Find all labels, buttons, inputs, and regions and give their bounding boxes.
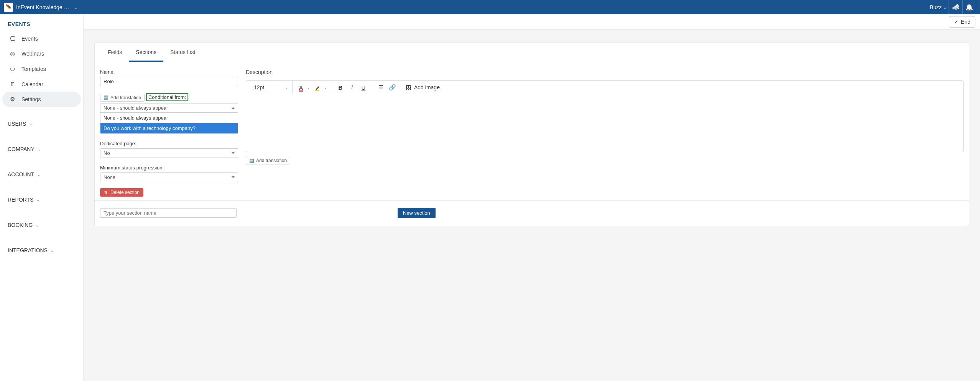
- sidebar: EVENTS Events Webinars Templates Calenda…: [0, 14, 84, 239]
- editor-body[interactable]: [246, 94, 963, 152]
- brand-logo: 🪶: [4, 3, 13, 12]
- chevron-down-icon: ⌄: [29, 122, 32, 126]
- webinar-icon: [10, 50, 17, 57]
- triangle-down-icon: [232, 152, 235, 154]
- dedicated-page-select[interactable]: No: [100, 148, 238, 158]
- delete-section-button[interactable]: Delete section: [100, 188, 143, 197]
- sidebar-item-events[interactable]: Events: [2, 31, 81, 46]
- new-section-input[interactable]: [100, 208, 237, 218]
- trash-icon: [104, 190, 108, 195]
- image-icon: 🖼: [406, 84, 411, 90]
- new-section-button[interactable]: New section: [398, 208, 436, 218]
- tab-fields[interactable]: Fields: [101, 43, 129, 62]
- template-icon: [10, 66, 17, 72]
- conditional-label: Conditional from:: [148, 95, 186, 100]
- sidebar-item-calendar[interactable]: Calendar: [2, 77, 81, 92]
- panel: Fields Sections Status List Name: 🔤Add t…: [94, 43, 969, 226]
- add-image-button[interactable]: 🖼 Add image: [401, 81, 444, 94]
- tabs: Fields Sections Status List: [95, 43, 969, 62]
- conditional-label-highlight: Conditional from:: [146, 93, 188, 101]
- chevron-down-icon: ⌄: [37, 172, 40, 177]
- triangle-down-icon: [232, 176, 235, 178]
- delete-section-label: Delete section: [110, 190, 140, 195]
- sidebar-item-templates[interactable]: Templates: [2, 61, 81, 77]
- bullet-list-button[interactable]: ☰: [377, 84, 385, 91]
- sidebar-group-users[interactable]: USERS⌄: [0, 115, 83, 132]
- translation-icon: 🔤: [249, 159, 254, 163]
- chevron-down-icon: ⌄: [36, 223, 39, 227]
- chevron-down-icon: ⌄: [943, 6, 946, 10]
- highlight-color-button[interactable]: [314, 84, 322, 91]
- chevron-down-icon: ⌄: [38, 147, 41, 151]
- sidebar-header: EVENTS: [0, 14, 83, 31]
- add-translation-label: Add translation: [110, 95, 141, 100]
- conditional-select[interactable]: None - should always appear None - shoul…: [100, 103, 238, 134]
- chevron-down-icon: ⌄: [324, 85, 327, 89]
- text-color-button[interactable]: A: [297, 84, 305, 91]
- tab-sections[interactable]: Sections: [129, 43, 163, 62]
- sidebar-item-settings[interactable]: Settings: [2, 92, 81, 107]
- description-add-translation-button[interactable]: 🔤Add translation: [246, 157, 290, 164]
- chevron-down-icon: ⌄: [307, 85, 310, 89]
- sidebar-group-label: USERS: [8, 121, 26, 127]
- sidebar-item-label: Templates: [21, 66, 46, 72]
- tab-status-list[interactable]: Status List: [163, 43, 202, 62]
- conditional-option-none[interactable]: None - should always appear: [100, 113, 238, 123]
- sidebar-item-label: Calendar: [21, 81, 43, 87]
- user-menu[interactable]: Buzz⌄: [930, 4, 946, 10]
- end-button[interactable]: End: [949, 16, 975, 28]
- underline-button[interactable]: U: [360, 84, 367, 91]
- brand-chevron-icon[interactable]: ⌄: [74, 5, 78, 10]
- sidebar-item-webinars[interactable]: Webinars: [2, 46, 81, 61]
- monitor-icon: [10, 35, 17, 42]
- editor-toolbar: 12pt⌄ A⌄ ⌄ B I U: [246, 81, 963, 94]
- font-size-select[interactable]: 12pt⌄: [250, 84, 292, 90]
- conditional-selected-text: None - should always appear: [104, 105, 168, 111]
- sidebar-group-company[interactable]: COMPANY⌄: [0, 141, 83, 158]
- brand-title: InEvent Knowledge …: [16, 4, 69, 10]
- end-button-label: End: [961, 19, 970, 25]
- description-label: Description: [246, 69, 964, 75]
- notifications-icon[interactable]: [962, 0, 976, 14]
- gear-icon: [10, 96, 17, 103]
- add-image-label: Add image: [414, 84, 440, 90]
- sidebar-group-reports[interactable]: REPORTS⌄: [0, 191, 83, 208]
- sidebar-group-booking[interactable]: BOOKING⌄: [0, 217, 83, 233]
- calendar-icon: [10, 81, 17, 87]
- link-button[interactable]: 🔗: [388, 84, 396, 91]
- left-column: Name: 🔤Add translation Conditional from:…: [100, 69, 238, 197]
- sidebar-group-label: ACCOUNT: [8, 171, 34, 177]
- sidebar-group-label: COMPANY: [8, 146, 35, 152]
- svg-rect-0: [315, 90, 319, 91]
- form-area: Name: 🔤Add translation Conditional from:…: [95, 62, 969, 200]
- dedicated-page-value: No: [104, 150, 110, 156]
- add-translation-button[interactable]: 🔤Add translation: [100, 94, 145, 102]
- sidebar-group-label: REPORTS: [8, 197, 33, 203]
- name-label: Name:: [100, 69, 238, 75]
- topbar: 🪶 InEvent Knowledge … ⌄ Buzz⌄: [0, 0, 980, 14]
- sidebar-item-label: Settings: [21, 96, 41, 102]
- min-status-value: None: [104, 174, 115, 180]
- italic-button[interactable]: I: [348, 84, 356, 91]
- min-status-select[interactable]: None: [100, 172, 238, 182]
- user-label: Buzz: [930, 4, 942, 10]
- sidebar-item-label: Webinars: [21, 51, 44, 57]
- conditional-option-tech[interactable]: Do you work with a technology company?: [100, 123, 238, 133]
- conditional-selected[interactable]: None - should always appear: [100, 103, 238, 113]
- main: Fields Sections Status List Name: 🔤Add t…: [84, 30, 980, 239]
- rich-editor: 12pt⌄ A⌄ ⌄ B I U: [246, 80, 964, 152]
- translation-icon: 🔤: [104, 95, 108, 100]
- sidebar-group-account[interactable]: ACCOUNT⌄: [0, 166, 83, 183]
- bold-button[interactable]: B: [337, 84, 344, 91]
- name-input[interactable]: [100, 77, 238, 86]
- min-status-label: Minimum status progression:: [100, 165, 238, 171]
- sidebar-item-label: Events: [21, 36, 38, 42]
- announcements-icon[interactable]: [949, 0, 962, 14]
- chevron-down-icon: ⌄: [285, 85, 288, 89]
- new-section-row: New section: [95, 200, 969, 226]
- dedicated-page-label: Dedicated page:: [100, 141, 238, 146]
- action-row: End: [84, 14, 980, 30]
- font-size-value: 12pt: [254, 84, 264, 90]
- triangle-up-icon: [232, 107, 235, 109]
- sidebar-group-label: BOOKING: [8, 222, 33, 228]
